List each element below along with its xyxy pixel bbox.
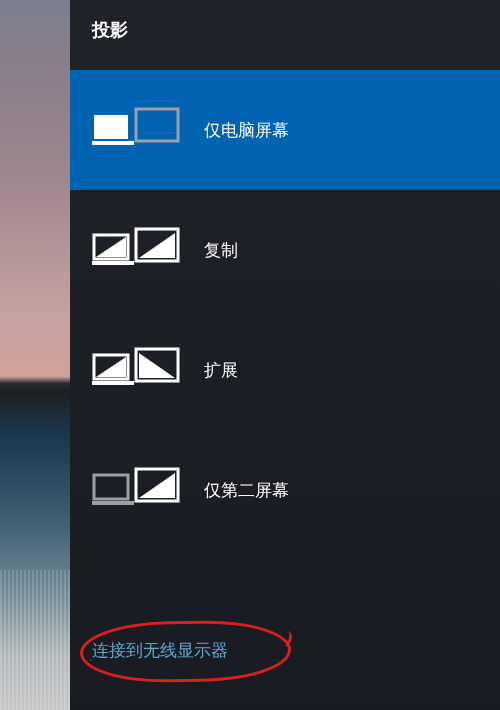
project-options: 仅电脑屏幕 复制 [70, 70, 500, 550]
project-panel: 投影 仅电脑屏幕 [70, 0, 500, 710]
panel-title: 投影 [92, 18, 128, 42]
svg-rect-13 [94, 475, 128, 499]
project-option-label: 仅第二屏幕 [204, 479, 289, 502]
svg-marker-1 [92, 141, 134, 145]
svg-marker-12 [139, 353, 175, 378]
project-option-extend[interactable]: 扩展 [70, 310, 500, 430]
svg-rect-2 [136, 109, 178, 141]
extend-icon [92, 343, 180, 397]
svg-rect-14 [92, 501, 134, 505]
project-option-duplicate[interactable]: 复制 [70, 190, 500, 310]
svg-rect-10 [92, 381, 134, 385]
svg-marker-7 [139, 233, 175, 258]
project-option-second-only[interactable]: 仅第二屏幕 [70, 430, 500, 550]
project-option-label: 扩展 [204, 359, 238, 382]
pc-only-icon [92, 103, 180, 157]
desktop-wallpaper [0, 0, 70, 710]
screenshot-root: 投影 仅电脑屏幕 [0, 0, 500, 710]
svg-rect-5 [92, 261, 134, 265]
project-option-pc-only[interactable]: 仅电脑屏幕 [70, 70, 500, 190]
wireless-link-row: 连接到无线显示器 [92, 639, 228, 662]
connect-wireless-display-link[interactable]: 连接到无线显示器 [92, 641, 228, 660]
project-option-label: 复制 [204, 239, 238, 262]
second-only-icon [92, 463, 180, 517]
svg-marker-16 [139, 473, 175, 498]
duplicate-icon [92, 223, 180, 277]
svg-marker-4 [96, 237, 126, 257]
svg-marker-9 [96, 357, 126, 377]
project-option-label: 仅电脑屏幕 [204, 119, 289, 142]
svg-rect-0 [94, 115, 128, 139]
